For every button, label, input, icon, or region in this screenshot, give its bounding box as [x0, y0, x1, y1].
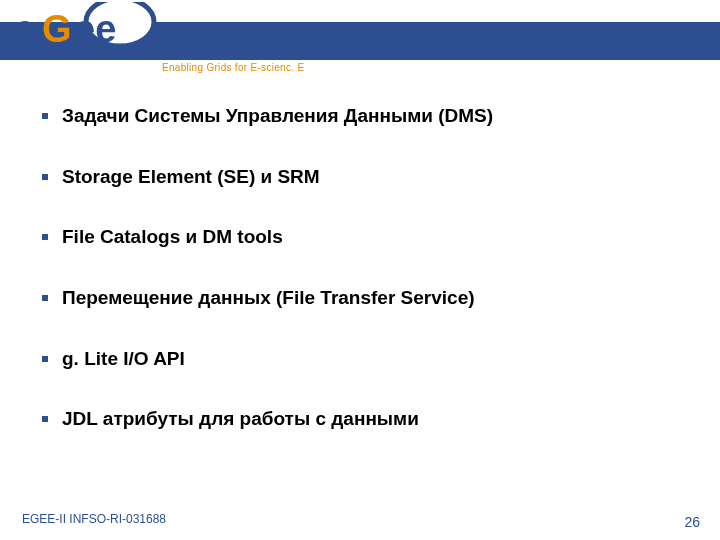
bullet-text: JDL атрибуты для работы с данными — [62, 407, 419, 432]
list-item: Задачи Системы Управления Данными (DMS) — [42, 104, 680, 129]
bullet-text: Задачи Системы Управления Данными (DMS) — [62, 104, 493, 129]
bullet-icon — [42, 234, 48, 240]
footer-left-text: EGEE-II INFSO-RI-031688 — [22, 512, 166, 526]
list-item: g. Lite I/O API — [42, 347, 680, 372]
svg-text:G: G — [42, 8, 72, 50]
list-item: Storage Element (SE) и SRM — [42, 165, 680, 190]
svg-text:ee: ee — [74, 8, 116, 50]
slide: e G ee Enabling Grids for E-scienc. E За… — [0, 0, 720, 540]
tagline-text: Enabling Grids for E-scienc. E — [162, 62, 304, 73]
content-area: Задачи Системы Управления Данными (DMS) … — [42, 104, 680, 468]
bullet-text: File Catalogs и DM tools — [62, 225, 283, 250]
bullet-icon — [42, 416, 48, 422]
list-item: JDL атрибуты для работы с данными — [42, 407, 680, 432]
page-number: 26 — [684, 514, 700, 530]
list-item: Перемещение данных (File Transfer Servic… — [42, 286, 680, 311]
bullet-icon — [42, 356, 48, 362]
bullet-text: g. Lite I/O API — [62, 347, 185, 372]
bullet-text: Storage Element (SE) и SRM — [62, 165, 320, 190]
bullet-icon — [42, 113, 48, 119]
svg-text:e: e — [14, 8, 35, 50]
bullet-icon — [42, 174, 48, 180]
list-item: File Catalogs и DM tools — [42, 225, 680, 250]
bullet-text: Перемещение данных (File Transfer Servic… — [62, 286, 475, 311]
egee-logo: e G ee — [8, 2, 168, 57]
bullet-icon — [42, 295, 48, 301]
tagline-strip — [0, 60, 720, 74]
